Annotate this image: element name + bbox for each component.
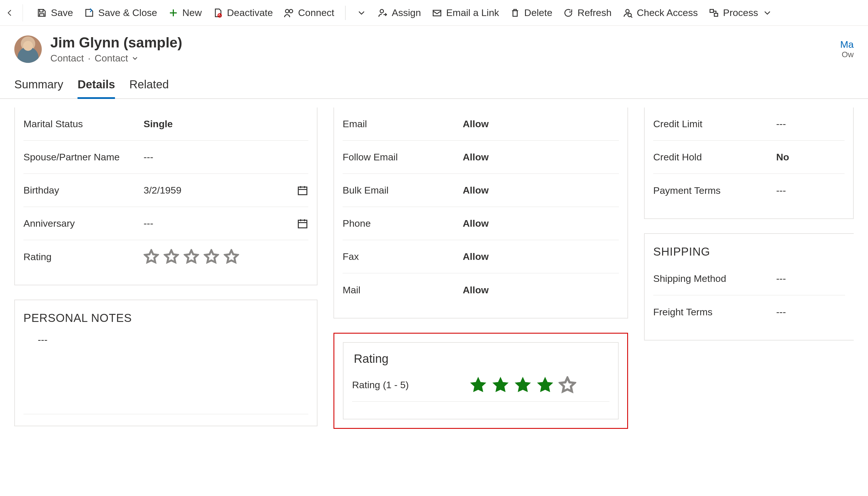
connect-split-button[interactable] <box>356 8 367 18</box>
mail-value[interactable]: Allow <box>463 284 619 296</box>
highlighted-rating-section: Rating Rating (1 - 5) <box>334 333 628 429</box>
shipping-card: SHIPPING Shipping Method --- Freight Ter… <box>644 233 854 340</box>
anniversary-label: Anniversary <box>24 212 138 235</box>
save-button[interactable]: Save <box>36 7 73 18</box>
tab-summary[interactable]: Summary <box>14 78 63 98</box>
payment-terms-label: Payment Terms <box>653 179 771 202</box>
process-button[interactable]: Process <box>709 7 773 18</box>
save-label: Save <box>51 7 73 18</box>
check-access-icon <box>622 8 633 18</box>
form-name: Contact <box>95 52 128 64</box>
birthday-value[interactable]: 3/2/1959 <box>143 185 291 196</box>
save-icon <box>36 8 47 18</box>
bulk-email-value[interactable]: Allow <box>463 185 619 196</box>
owner-value[interactable]: Ma <box>840 39 854 50</box>
fax-value[interactable]: Allow <box>463 251 619 262</box>
check-access-button[interactable]: Check Access <box>622 7 698 18</box>
contact-methods-card: Email Allow Follow Email Allow Bulk Emai… <box>334 108 628 319</box>
form-selector[interactable]: Contact <box>95 52 139 64</box>
rating-1to5-label: Rating (1 - 5) <box>352 374 463 396</box>
star-filled-icon[interactable] <box>514 376 532 394</box>
plus-icon <box>168 8 179 18</box>
email-value[interactable]: Allow <box>463 118 619 129</box>
anniversary-value[interactable]: --- <box>143 218 291 229</box>
entity-name: Contact <box>50 52 84 64</box>
refresh-button[interactable]: Refresh <box>563 7 611 18</box>
save-close-label: Save & Close <box>98 7 157 18</box>
avatar <box>14 35 42 63</box>
delete-button[interactable]: Delete <box>510 7 552 18</box>
star-filled-icon[interactable] <box>536 376 554 394</box>
assign-icon <box>378 8 388 18</box>
record-title: Jim Glynn (sample) <box>50 34 182 51</box>
phone-label: Phone <box>342 212 457 235</box>
connect-button[interactable]: Connect <box>284 7 334 18</box>
connect-icon <box>284 8 294 18</box>
rating-card-title: Rating <box>354 352 609 366</box>
personal-notes-title: PERSONAL NOTES <box>24 312 308 324</box>
birthday-label: Birthday <box>24 179 138 202</box>
email-link-button[interactable]: Email a Link <box>432 7 499 18</box>
star-empty-icon[interactable] <box>559 376 576 394</box>
chevron-down-icon <box>356 8 367 18</box>
refresh-icon <box>563 8 574 18</box>
freight-terms-value[interactable]: --- <box>776 307 845 317</box>
follow-email-value[interactable]: Allow <box>463 152 619 163</box>
star-filled-icon[interactable] <box>469 376 487 394</box>
shipping-method-label: Shipping Method <box>653 267 771 290</box>
fax-label: Fax <box>342 245 457 268</box>
email-icon <box>432 8 442 18</box>
chevron-down-icon <box>131 54 139 62</box>
save-close-button[interactable]: Save & Close <box>84 7 157 18</box>
save-close-icon <box>84 8 94 18</box>
shipping-method-value[interactable]: --- <box>776 273 845 284</box>
spouse-label: Spouse/Partner Name <box>24 146 138 168</box>
payment-terms-value[interactable]: --- <box>776 185 844 196</box>
rating-stars-empty[interactable] <box>143 249 239 264</box>
refresh-label: Refresh <box>577 7 611 18</box>
personal-notes-value[interactable]: --- <box>24 328 308 414</box>
personal-card: Marital Status Single Spouse/Partner Nam… <box>14 108 318 285</box>
bulk-email-label: Bulk Email <box>342 179 457 202</box>
follow-email-label: Follow Email <box>342 146 457 168</box>
record-subtitle: Contact · Contact <box>50 52 182 64</box>
rating-label: Rating <box>24 246 138 268</box>
email-label: Email <box>342 113 457 135</box>
email-link-label: Email a Link <box>446 7 499 18</box>
deactivate-icon <box>213 8 223 18</box>
tab-related[interactable]: Related <box>129 78 169 98</box>
credit-hold-value[interactable]: No <box>776 152 844 163</box>
phone-value[interactable]: Allow <box>463 218 619 229</box>
credit-hold-label: Credit Hold <box>653 146 771 168</box>
new-button[interactable]: New <box>168 7 202 18</box>
deactivate-button[interactable]: Deactivate <box>213 7 273 18</box>
assign-button[interactable]: Assign <box>378 7 421 18</box>
record-header: Jim Glynn (sample) Contact · Contact Ma … <box>0 26 868 67</box>
back-button[interactable] <box>6 4 23 21</box>
form-body: Marital Status Single Spouse/Partner Nam… <box>0 99 868 495</box>
back-icon <box>6 7 14 19</box>
personal-notes-card: PERSONAL NOTES --- <box>14 299 318 426</box>
spouse-value[interactable]: --- <box>143 152 308 163</box>
calendar-icon[interactable] <box>297 185 308 196</box>
credit-card: Credit Limit --- Credit Hold No Payment … <box>644 108 854 219</box>
process-icon <box>709 8 719 18</box>
owner-label: Ow <box>840 50 854 59</box>
chevron-down-icon <box>762 8 773 18</box>
rating-card: Rating Rating (1 - 5) <box>343 342 619 419</box>
deactivate-label: Deactivate <box>227 7 273 18</box>
shipping-title: SHIPPING <box>653 245 845 258</box>
credit-limit-value[interactable]: --- <box>776 118 844 129</box>
connect-label: Connect <box>298 7 334 18</box>
tab-details[interactable]: Details <box>77 78 115 99</box>
rating-1to5-stars[interactable] <box>469 376 576 394</box>
command-bar: Save Save & Close New Deactivate Connect… <box>0 0 868 26</box>
process-label: Process <box>723 7 758 18</box>
separator <box>345 6 346 20</box>
credit-limit-label: Credit Limit <box>653 113 771 135</box>
delete-icon <box>510 8 520 18</box>
marital-status-value[interactable]: Single <box>143 118 308 129</box>
owner-stub: Ma Ow <box>840 39 854 59</box>
calendar-icon[interactable] <box>297 218 308 229</box>
star-filled-icon[interactable] <box>492 376 509 394</box>
